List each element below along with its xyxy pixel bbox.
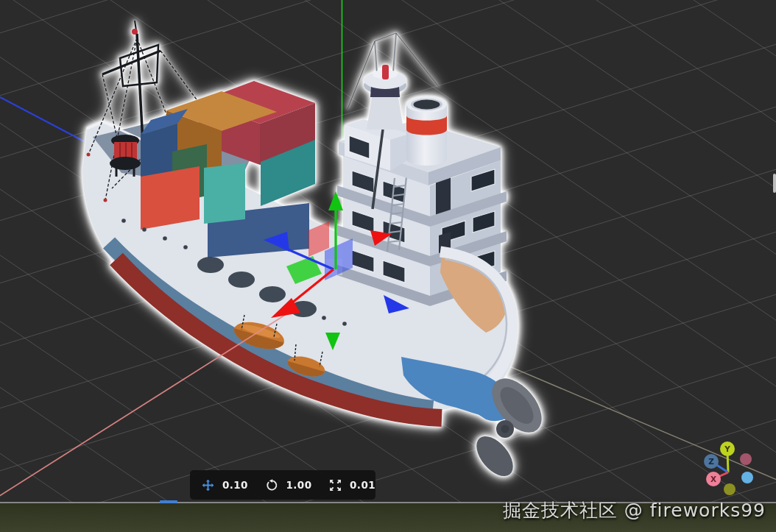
axis-ball-neg-y[interactable] xyxy=(724,483,736,495)
svg-text:X: X xyxy=(710,475,716,483)
svg-text:Y: Y xyxy=(724,444,730,453)
video-progress-chip[interactable] xyxy=(160,500,177,503)
scale-snap-value[interactable]: 0.01 xyxy=(350,479,375,491)
rig-pin xyxy=(104,199,107,202)
svg-text:Z: Z xyxy=(708,457,714,466)
move-icon xyxy=(202,479,214,492)
axis-ball-x[interactable]: X xyxy=(706,472,721,486)
translate-snap-button[interactable] xyxy=(200,478,216,493)
scale-icon xyxy=(329,479,342,492)
mast-light xyxy=(132,29,138,35)
scrollbar-thumb[interactable] xyxy=(773,174,776,193)
rotate-icon xyxy=(266,479,278,492)
axis-navigation-gizmo[interactable]: Y Z X xyxy=(685,427,773,504)
rig-pin xyxy=(87,153,91,157)
axis-ball-y[interactable]: Y xyxy=(720,441,735,456)
translate-snap-value[interactable]: 0.10 xyxy=(222,479,248,491)
world-z-axis-line xyxy=(0,97,84,141)
snap-toolbar: 0.10 1.00 0.01 xyxy=(190,470,375,500)
rotate-snap-value[interactable]: 1.00 xyxy=(286,479,312,491)
viewport-canvas[interactable]: 0.10 1.00 0.01 xyxy=(0,0,776,532)
axis-ball-neg-z[interactable] xyxy=(741,472,753,483)
axis-ball-neg-x[interactable] xyxy=(740,453,752,465)
axis-ball-z[interactable]: Z xyxy=(704,454,719,469)
scale-snap-button[interactable] xyxy=(328,478,343,493)
rotate-snap-button[interactable] xyxy=(264,478,280,493)
watermark-text: 掘金技术社区 @ fireworks99 xyxy=(503,498,766,522)
